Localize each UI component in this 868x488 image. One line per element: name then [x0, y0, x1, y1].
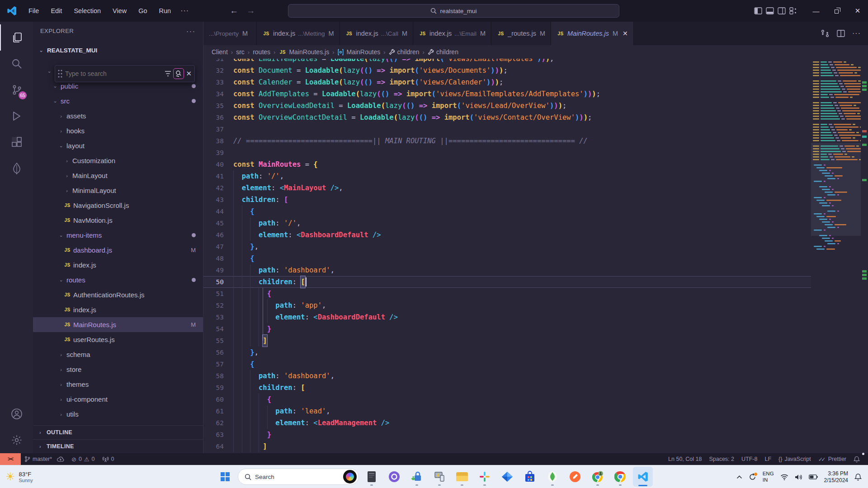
- toggle-sidebar-icon[interactable]: [754, 7, 762, 14]
- code-line-54[interactable]: 54 }: [203, 323, 811, 335]
- code-line-44[interactable]: 44 {: [203, 206, 811, 217]
- code-line-39[interactable]: 39: [203, 147, 811, 159]
- tree-item-hooks[interactable]: ›hooks: [33, 123, 203, 138]
- menu-view[interactable]: View: [108, 5, 132, 16]
- eol[interactable]: LF: [761, 453, 775, 465]
- weather-widget[interactable]: ☀ 83°F Sunny: [0, 471, 33, 483]
- app-lock-tool[interactable]: [407, 467, 427, 487]
- notification-bell-icon[interactable]: [854, 473, 862, 481]
- code-line-64[interactable]: 64 ]: [203, 441, 811, 452]
- code-editor[interactable]: 31const EmailTemplates = Loadable(lazy((…: [203, 59, 868, 453]
- copilot-icon[interactable]: [343, 470, 357, 483]
- menu-run[interactable]: Run: [154, 5, 176, 16]
- tree-item-store[interactable]: ›store: [33, 362, 203, 377]
- menu-go[interactable]: Go: [133, 5, 152, 16]
- settings-gear-icon[interactable]: [0, 427, 33, 453]
- restore-button[interactable]: [826, 0, 847, 22]
- menu-selection[interactable]: Selection: [69, 5, 106, 16]
- code-line-53[interactable]: 53 element: <DashboardDefault />: [203, 311, 811, 323]
- show-hidden-icons[interactable]: [736, 475, 742, 479]
- code-line-35[interactable]: 35const OverviewLeadDetail = Loadable(la…: [203, 100, 811, 112]
- app-mail[interactable]: [497, 467, 517, 487]
- tree-item-userroutes-js[interactable]: JSuserRoutes.js: [33, 332, 203, 347]
- split-editor-icon[interactable]: [837, 30, 845, 37]
- menu-file[interactable]: File: [24, 5, 44, 16]
- volume-icon[interactable]: [795, 474, 802, 480]
- code-line-60[interactable]: 60 {: [203, 394, 811, 405]
- tree-item-dashboard-js[interactable]: JSdashboard.jsM: [33, 243, 203, 258]
- tree-item-ui-component[interactable]: ›ui-component: [33, 392, 203, 407]
- tab-property[interactable]: ...\PropertyM: [203, 22, 257, 45]
- code-line-42[interactable]: 42 element: <MainLayout />,: [203, 182, 811, 194]
- code-line-56[interactable]: 56 },: [203, 347, 811, 358]
- code-line-55[interactable]: 55 ]: [203, 335, 811, 347]
- breadcrumb-mainroutes-js[interactable]: JSMainRoutes.js: [278, 48, 329, 56]
- tree-item-menu-items[interactable]: ⌄menu-items: [33, 228, 203, 243]
- tree-item-authenticationroutes-js[interactable]: JSAuthenticationRoutes.js: [33, 287, 203, 302]
- code-line-36[interactable]: 36const OverviewContactDetail = Loadable…: [203, 112, 811, 123]
- code-line-32[interactable]: 32const Document = Loadable(lazy(() => i…: [203, 65, 811, 76]
- problems-item[interactable]: ⊘ 0 ⚠ 0: [68, 453, 98, 465]
- editor-more-actions[interactable]: ···: [852, 29, 861, 38]
- breadcrumb-children[interactable]: children: [428, 48, 458, 56]
- tree-item-routes[interactable]: ⌄routes: [33, 272, 203, 287]
- tree-search-input[interactable]: [65, 70, 162, 77]
- code-line-41[interactable]: 41 path: '/',: [203, 170, 811, 182]
- file-explorer[interactable]: [452, 467, 472, 487]
- tree-item-customization[interactable]: ›Customization: [33, 153, 203, 168]
- tree-item-minimallayout[interactable]: ›MinimalLayout: [33, 183, 203, 198]
- code-line-48[interactable]: 48 {: [203, 253, 811, 264]
- code-line-58[interactable]: 58 path: 'dashboard',: [203, 370, 811, 382]
- nav-back-button[interactable]: ←: [230, 6, 238, 16]
- source-control-icon[interactable]: 65: [0, 77, 33, 103]
- code-line-59[interactable]: 59 children: [: [203, 382, 811, 394]
- code-line-61[interactable]: 61 path: 'lead',: [203, 405, 811, 417]
- minimize-button[interactable]: —: [806, 0, 826, 22]
- app-device-sync[interactable]: [429, 467, 449, 487]
- tab-index.js[interactable]: JSindex.js...\CallM: [340, 22, 414, 45]
- tree-item-mainroutes-js[interactable]: JSMainRoutes.jsM: [33, 317, 203, 332]
- code-line-31[interactable]: 31const EmailTemplates = Loadable(lazy((…: [203, 59, 811, 65]
- code-line-40[interactable]: 40const MainRoutes = {: [203, 159, 811, 170]
- tree-item-index-js[interactable]: JSindex.js: [33, 302, 203, 317]
- encoding[interactable]: UTF-8: [738, 453, 761, 465]
- app-microsoft-store[interactable]: [520, 467, 540, 487]
- account-icon[interactable]: [0, 401, 33, 427]
- breadcrumb-src[interactable]: src: [236, 48, 245, 56]
- minimap[interactable]: [811, 59, 861, 453]
- filter-icon[interactable]: [162, 68, 173, 79]
- code-line-37[interactable]: 37: [203, 123, 811, 135]
- tree-item-layout[interactable]: ⌄layout: [33, 138, 203, 153]
- app-vscode-active[interactable]: [633, 467, 653, 487]
- code-line-47[interactable]: 47 },: [203, 241, 811, 253]
- explorer-icon[interactable]: [0, 24, 33, 51]
- remote-indicator[interactable]: ><: [0, 453, 21, 465]
- code-line-50[interactable]: 50 children: [: [203, 276, 811, 288]
- tree-item-src[interactable]: ⌄src: [33, 94, 203, 108]
- code-line-52[interactable]: 52 path: 'app',: [203, 300, 811, 311]
- tree-item-assets[interactable]: ›assets: [33, 108, 203, 123]
- code-line-46[interactable]: 46 element: <DashboardDefault />: [203, 229, 811, 241]
- tree-item-utils[interactable]: ›utils: [33, 407, 203, 422]
- tree-item-themes[interactable]: ›themes: [33, 377, 203, 392]
- app-chat[interactable]: [384, 467, 404, 487]
- app-chrome[interactable]: [610, 467, 630, 487]
- close-tab-icon[interactable]: ✕: [623, 30, 628, 37]
- search-view-icon[interactable]: [0, 51, 33, 77]
- code-line-43[interactable]: 43 children: [: [203, 194, 811, 206]
- tab-mainroutes.js[interactable]: JSMainRoutes.jsM✕: [551, 22, 634, 45]
- code-line-34[interactable]: 34const AddTemplates = Loadable(lazy(() …: [203, 88, 811, 100]
- git-branch-item[interactable]: master*: [21, 453, 68, 465]
- open-changes-icon[interactable]: [821, 29, 830, 38]
- close-find-icon[interactable]: ✕: [186, 70, 192, 78]
- tree-item-index-js[interactable]: JSindex.js: [33, 258, 203, 272]
- language-mode[interactable]: {} JavaScript: [775, 453, 815, 465]
- tree-item-navmotion-js[interactable]: JSNavMotion.js: [33, 213, 203, 228]
- code-line-62[interactable]: 62 element: <LeadManagement />: [203, 417, 811, 429]
- code-line-63[interactable]: 63 }: [203, 429, 811, 441]
- update-pending-icon[interactable]: [749, 473, 756, 481]
- code-line-45[interactable]: 45 path: '/',: [203, 217, 811, 229]
- run-debug-icon[interactable]: [0, 103, 33, 129]
- explorer-more-actions[interactable]: ···: [186, 27, 196, 35]
- tab-_routes.js[interactable]: JS_routes.jsM: [491, 22, 551, 45]
